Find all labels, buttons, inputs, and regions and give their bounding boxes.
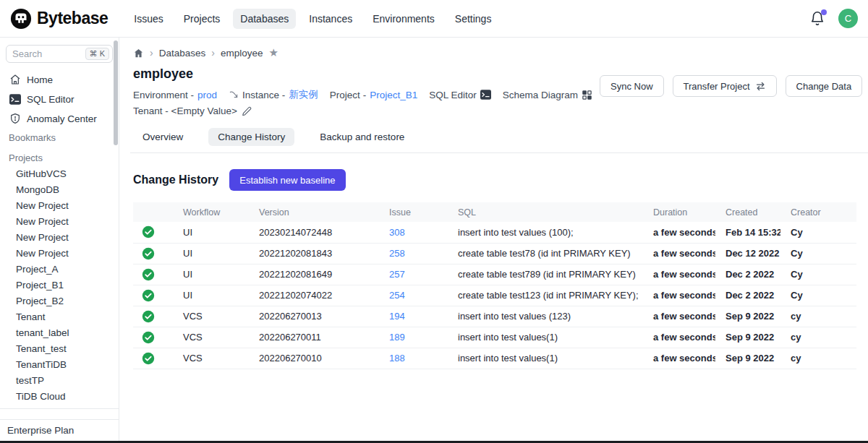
sidebar-project-item[interactable]: New Project xyxy=(6,245,113,261)
instance-link[interactable]: 新实例 xyxy=(289,88,318,101)
sidebar-plan-label[interactable]: Enterprise Plan xyxy=(0,419,119,443)
page-actions: Sync Now Transfer Project Change Data Al… xyxy=(600,75,868,97)
success-check-icon xyxy=(142,247,169,260)
table-column-header: Workflow xyxy=(173,202,249,222)
project-link[interactable]: Project_B1 xyxy=(370,90,417,100)
issue-link[interactable]: 257 xyxy=(389,269,405,280)
main-content: › Databases › employee ★ employee Enviro… xyxy=(119,38,868,443)
sidebar-project-item[interactable]: TiDB Cloud xyxy=(6,388,113,404)
creator-cell: Cy xyxy=(780,285,856,306)
environment-meta: Environment - prod xyxy=(133,90,217,100)
sidebar-project-item[interactable]: Tenant xyxy=(6,309,113,324)
button-label: Sync Now xyxy=(610,81,653,92)
sidebar-project-item[interactable]: testTP xyxy=(6,372,113,388)
sidebar-project-item[interactable]: Project_B1 xyxy=(6,277,113,293)
history-table-row[interactable]: VCS 202206270010 188 insert into test va… xyxy=(133,348,856,369)
bytebase-logo[interactable]: Bytebase xyxy=(10,8,108,30)
sidebar-section-projects[interactable]: Projects xyxy=(6,150,113,165)
search-input[interactable] xyxy=(12,48,75,59)
sidebar-item-home[interactable]: Home xyxy=(6,72,113,87)
sidebar-project-item[interactable]: TenantTiDB xyxy=(6,356,113,372)
sidebar-item-sql-editor[interactable]: SQL Editor xyxy=(6,91,113,107)
issue-link[interactable]: 194 xyxy=(389,311,405,322)
sidebar-project-item[interactable]: New Project xyxy=(6,197,113,213)
duration-cell: a few seconds xyxy=(643,306,715,327)
sidebar-item-anomaly-center[interactable]: Anomaly Center xyxy=(6,111,113,126)
instance-engine-icon xyxy=(229,90,239,100)
issue-link[interactable]: 308 xyxy=(389,227,405,238)
tenant-meta-line: Tenant - <Empty Value> xyxy=(133,106,600,116)
workflow-cell: UI xyxy=(173,243,249,264)
issue-cell: 308 xyxy=(379,222,448,243)
breadcrumb-databases[interactable]: Databases xyxy=(159,48,206,59)
history-table-row[interactable]: UI 20221202081843 258 create table test7… xyxy=(133,243,856,264)
sidebar-project-item[interactable]: Tenant_test xyxy=(6,340,113,356)
issue-link[interactable]: 258 xyxy=(389,248,405,259)
project-label: Project - xyxy=(330,90,366,100)
status-cell xyxy=(133,327,173,348)
notification-bell-icon[interactable] xyxy=(809,11,825,27)
page-header: employee Environment - prod Instance - 新… xyxy=(133,66,857,116)
success-check-icon xyxy=(142,268,169,281)
sidebar-search[interactable]: ⌘ K xyxy=(6,45,113,63)
history-table-row[interactable]: UI 20230214072448 308 insert into test v… xyxy=(133,222,856,243)
version-cell: 20230214072448 xyxy=(249,222,379,243)
navbar-item[interactable]: Databases xyxy=(233,9,296,29)
navbar-item[interactable]: Projects xyxy=(176,9,228,29)
sql-editor-shortcut[interactable]: SQL Editor xyxy=(429,90,491,100)
issue-link[interactable]: 254 xyxy=(389,290,405,301)
sidebar-project-item[interactable]: MongoDB xyxy=(6,181,113,197)
favorite-star-icon[interactable]: ★ xyxy=(268,46,278,59)
sync-now-button[interactable]: Sync Now xyxy=(600,75,664,97)
tab[interactable]: Backup and restore xyxy=(310,128,414,146)
history-table-row[interactable]: VCS 202206270011 189 insert into test va… xyxy=(133,327,856,348)
history-table-row[interactable]: UI 20221202074022 254 create table test1… xyxy=(133,285,856,306)
sidebar-project-item[interactable]: New Project xyxy=(6,229,113,245)
history-table-row[interactable]: UI 20221202081649 257 create table test7… xyxy=(133,264,856,285)
tab[interactable]: Overview xyxy=(133,128,192,146)
sidebar-project-item[interactable]: New Project xyxy=(6,213,113,229)
table-column-header: SQL xyxy=(448,202,643,222)
workflow-cell: VCS xyxy=(173,327,249,348)
edit-pencil-icon[interactable] xyxy=(242,106,252,116)
navbar-item[interactable]: Settings xyxy=(448,9,499,29)
version-cell: 20221202081649 xyxy=(249,264,379,285)
table-column-header: Duration xyxy=(643,202,715,222)
sidebar-project-item[interactable]: tenant_label xyxy=(6,324,113,340)
history-table-row[interactable]: VCS 202206270013 194 insert into test va… xyxy=(133,306,856,327)
environment-link[interactable]: prod xyxy=(197,90,217,100)
change-history-title: Change History xyxy=(133,173,218,186)
sidebar-project-item[interactable]: Project_B2 xyxy=(6,293,113,309)
success-check-icon xyxy=(142,310,169,323)
sidebar-scrollbar[interactable] xyxy=(114,40,118,145)
sql-cell: create table test78 (id int PRIMARY KEY) xyxy=(448,243,643,264)
tab[interactable]: Change History xyxy=(208,128,294,146)
top-navbar: Bytebase IssuesProjectsDatabasesInstance… xyxy=(0,0,868,38)
creator-cell: Cy xyxy=(780,243,856,264)
success-check-icon xyxy=(142,289,169,302)
creator-cell: Cy xyxy=(780,222,856,243)
issue-link[interactable]: 189 xyxy=(389,332,405,343)
establish-baseline-button[interactable]: Establish new baseline xyxy=(229,169,345,191)
sql-cell: insert into test values (100); xyxy=(448,222,643,243)
navbar-item[interactable]: Issues xyxy=(127,9,170,29)
status-cell xyxy=(133,222,173,243)
table-column-header: Issue xyxy=(379,202,448,222)
sql-cell: insert into test values (123) xyxy=(448,306,643,327)
issue-link[interactable]: 188 xyxy=(389,353,405,364)
detail-tabs: OverviewChange HistoryBackup and restore xyxy=(130,128,868,153)
user-avatar[interactable]: C xyxy=(838,9,858,28)
sidebar-section-bookmarks[interactable]: Bookmarks xyxy=(6,129,113,145)
success-check-icon xyxy=(142,225,169,238)
transfer-project-button[interactable]: Transfer Project xyxy=(673,75,777,97)
status-cell xyxy=(133,285,173,306)
schema-diagram-shortcut[interactable]: Schema Diagram xyxy=(503,90,592,100)
duration-cell: a few seconds xyxy=(643,327,715,348)
button-label: Transfer Project xyxy=(684,81,750,92)
change-data-button[interactable]: Change Data xyxy=(786,75,863,97)
sidebar-project-item[interactable]: Project_A xyxy=(6,261,113,277)
breadcrumb-home-icon[interactable] xyxy=(133,48,144,59)
navbar-item[interactable]: Instances xyxy=(302,9,359,29)
navbar-item[interactable]: Environments xyxy=(365,9,442,29)
sidebar-project-item[interactable]: GitHubVCS xyxy=(6,165,113,181)
